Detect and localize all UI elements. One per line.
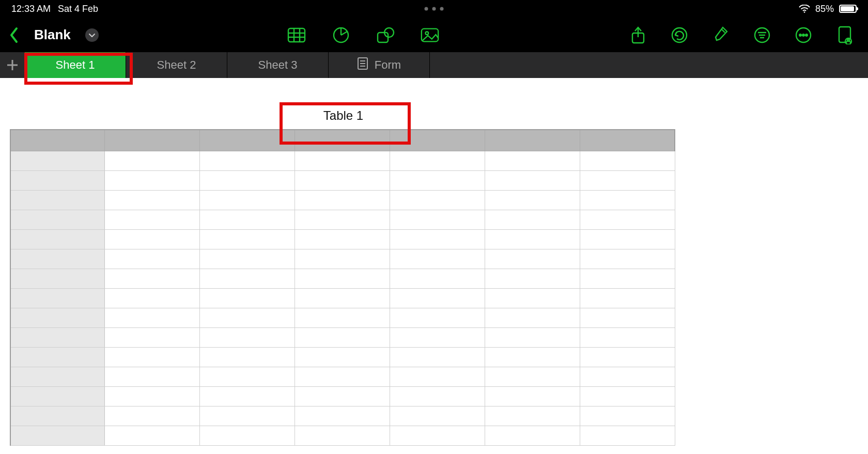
- add-sheet-button[interactable]: [0, 52, 25, 78]
- cell[interactable]: [104, 269, 199, 288]
- cell[interactable]: [199, 327, 295, 347]
- cell[interactable]: [580, 210, 675, 229]
- cell[interactable]: [199, 406, 295, 426]
- cell[interactable]: [485, 308, 580, 327]
- cell[interactable]: [485, 426, 580, 445]
- row-header[interactable]: [10, 367, 104, 386]
- row-header[interactable]: [10, 386, 104, 406]
- cell[interactable]: [199, 210, 295, 229]
- cell[interactable]: [104, 288, 199, 308]
- cell[interactable]: [485, 386, 580, 406]
- multitasking-dots[interactable]: [425, 7, 444, 11]
- cell[interactable]: [104, 406, 199, 426]
- cell[interactable]: [580, 288, 675, 308]
- cell[interactable]: [199, 367, 295, 386]
- cell[interactable]: [485, 249, 580, 269]
- cell[interactable]: [390, 386, 485, 406]
- cell[interactable]: [580, 170, 675, 190]
- cell[interactable]: [295, 210, 390, 229]
- row-header[interactable]: [10, 347, 104, 367]
- cell[interactable]: [580, 269, 675, 288]
- cell[interactable]: [199, 308, 295, 327]
- row-header[interactable]: [10, 426, 104, 445]
- cell[interactable]: [580, 406, 675, 426]
- cell[interactable]: [104, 210, 199, 229]
- cell[interactable]: [295, 288, 390, 308]
- row-header[interactable]: [10, 190, 104, 210]
- cell[interactable]: [104, 308, 199, 327]
- cell[interactable]: [580, 327, 675, 347]
- cell[interactable]: [199, 190, 295, 210]
- column-header[interactable]: [390, 130, 485, 151]
- row-header[interactable]: [10, 406, 104, 426]
- cell[interactable]: [390, 229, 485, 249]
- cell[interactable]: [485, 367, 580, 386]
- undo-button[interactable]: [670, 25, 689, 45]
- cell[interactable]: [580, 308, 675, 327]
- cell[interactable]: [390, 269, 485, 288]
- insert-chart-button[interactable]: [331, 25, 351, 45]
- cell[interactable]: [390, 170, 485, 190]
- cell[interactable]: [104, 367, 199, 386]
- column-header[interactable]: [580, 130, 675, 151]
- cell[interactable]: [580, 386, 675, 406]
- cell[interactable]: [295, 367, 390, 386]
- cell[interactable]: [295, 249, 390, 269]
- cell[interactable]: [295, 347, 390, 367]
- insert-shape-button[interactable]: [376, 25, 395, 45]
- row-header[interactable]: [10, 151, 104, 170]
- row-header[interactable]: [10, 269, 104, 288]
- column-header[interactable]: [104, 130, 199, 151]
- more-button[interactable]: [794, 25, 813, 45]
- organize-button[interactable]: [752, 25, 772, 45]
- row-header[interactable]: [10, 170, 104, 190]
- cell[interactable]: [390, 406, 485, 426]
- row-header[interactable]: [10, 229, 104, 249]
- cell[interactable]: [390, 288, 485, 308]
- cell[interactable]: [199, 269, 295, 288]
- cell[interactable]: [390, 367, 485, 386]
- cell[interactable]: [390, 151, 485, 170]
- cell[interactable]: [199, 170, 295, 190]
- cell[interactable]: [295, 426, 390, 445]
- row-header[interactable]: [10, 308, 104, 327]
- cell[interactable]: [199, 386, 295, 406]
- cell[interactable]: [485, 406, 580, 426]
- cell[interactable]: [580, 151, 675, 170]
- cell[interactable]: [485, 229, 580, 249]
- cell[interactable]: [104, 190, 199, 210]
- tab-sheet-3[interactable]: Sheet 3: [227, 52, 329, 78]
- column-header[interactable]: [199, 130, 295, 151]
- cell[interactable]: [485, 347, 580, 367]
- cell[interactable]: [580, 347, 675, 367]
- cell[interactable]: [295, 190, 390, 210]
- insert-media-button[interactable]: [420, 25, 440, 45]
- cell[interactable]: [485, 170, 580, 190]
- share-button[interactable]: [628, 25, 648, 45]
- cell[interactable]: [295, 170, 390, 190]
- row-header[interactable]: [10, 327, 104, 347]
- cell[interactable]: [485, 151, 580, 170]
- cell[interactable]: [485, 190, 580, 210]
- cell[interactable]: [199, 347, 295, 367]
- cell[interactable]: [580, 249, 675, 269]
- cell[interactable]: [104, 386, 199, 406]
- cell[interactable]: [295, 327, 390, 347]
- cell[interactable]: [390, 190, 485, 210]
- cell[interactable]: [199, 288, 295, 308]
- cell[interactable]: [104, 426, 199, 445]
- collaborate-button[interactable]: [835, 25, 855, 45]
- cell[interactable]: [390, 347, 485, 367]
- cell[interactable]: [295, 406, 390, 426]
- cell[interactable]: [295, 151, 390, 170]
- cell[interactable]: [199, 229, 295, 249]
- back-button[interactable]: [6, 20, 22, 51]
- cell[interactable]: [295, 308, 390, 327]
- cell[interactable]: [295, 386, 390, 406]
- cell[interactable]: [485, 269, 580, 288]
- document-title[interactable]: Blank: [34, 27, 71, 43]
- tab-sheet-2[interactable]: Sheet 2: [126, 52, 227, 78]
- cell[interactable]: [580, 367, 675, 386]
- document-menu-button[interactable]: [85, 28, 99, 42]
- table-title[interactable]: Table 1: [10, 108, 677, 129]
